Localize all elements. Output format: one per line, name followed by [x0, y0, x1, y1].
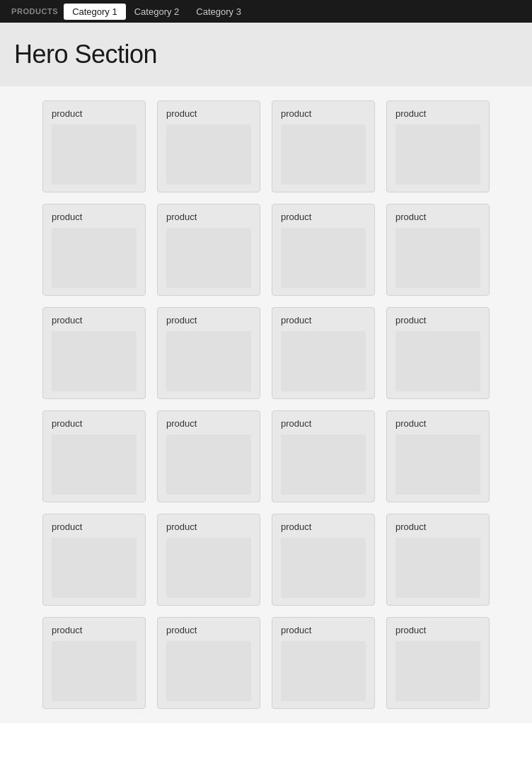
- product-card[interactable]: product: [42, 204, 146, 296]
- product-card[interactable]: product: [272, 307, 375, 399]
- product-image-placeholder: [166, 641, 251, 701]
- product-image-placeholder: [166, 434, 251, 495]
- product-label: product: [395, 108, 426, 119]
- product-card[interactable]: product: [42, 617, 146, 709]
- product-image-placeholder: [52, 641, 137, 701]
- product-image-placeholder: [166, 538, 251, 598]
- product-label: product: [166, 315, 197, 325]
- product-image-placeholder: [52, 434, 137, 495]
- product-grid-container: productproductproductproductproductprodu…: [0, 86, 532, 723]
- product-grid: productproductproductproductproductprodu…: [42, 100, 490, 709]
- product-card[interactable]: product: [386, 514, 490, 606]
- product-card[interactable]: product: [157, 307, 260, 399]
- nav-tab-category1[interactable]: Category 1: [64, 4, 126, 20]
- product-image-placeholder: [52, 538, 137, 598]
- product-image-placeholder: [166, 228, 251, 288]
- product-label: product: [166, 521, 197, 532]
- product-label: product: [166, 108, 197, 119]
- product-card[interactable]: product: [42, 100, 146, 192]
- product-label: product: [52, 418, 82, 429]
- product-card[interactable]: product: [272, 617, 375, 709]
- product-card[interactable]: product: [42, 307, 146, 399]
- product-card[interactable]: product: [157, 100, 260, 192]
- product-image-placeholder: [395, 538, 480, 598]
- product-card[interactable]: product: [272, 410, 375, 502]
- product-card[interactable]: product: [272, 204, 375, 296]
- product-image-placeholder: [52, 228, 137, 288]
- product-card[interactable]: product: [157, 617, 260, 709]
- product-card[interactable]: product: [386, 410, 490, 502]
- product-image-placeholder: [52, 331, 137, 391]
- product-image-placeholder: [395, 125, 480, 185]
- nav-tab-category2[interactable]: Category 2: [126, 4, 188, 20]
- product-label: product: [52, 108, 82, 119]
- product-card[interactable]: product: [157, 204, 260, 296]
- product-card[interactable]: product: [386, 204, 490, 296]
- nav-tab-category3[interactable]: Category 3: [187, 4, 250, 20]
- product-image-placeholder: [395, 228, 480, 288]
- product-image-placeholder: [281, 125, 366, 185]
- product-image-placeholder: [281, 538, 366, 598]
- product-label: product: [395, 315, 426, 325]
- product-label: product: [395, 521, 426, 532]
- product-card[interactable]: product: [272, 100, 375, 192]
- product-card[interactable]: product: [386, 617, 490, 709]
- product-label: product: [281, 625, 311, 635]
- product-label: product: [52, 625, 82, 635]
- product-label: product: [281, 212, 311, 222]
- hero-section: Hero Section: [0, 23, 532, 86]
- product-label: product: [395, 625, 426, 635]
- product-label: product: [281, 418, 311, 429]
- product-label: product: [166, 418, 197, 429]
- product-image-placeholder: [281, 228, 366, 288]
- product-label: product: [52, 521, 82, 532]
- product-label: product: [281, 108, 311, 119]
- product-card[interactable]: product: [157, 410, 260, 502]
- hero-title: Hero Section: [14, 40, 518, 69]
- nav-brand: PRODUCTS: [6, 4, 64, 18]
- product-label: product: [281, 315, 311, 325]
- product-image-placeholder: [281, 641, 366, 701]
- product-card[interactable]: product: [42, 410, 146, 502]
- product-label: product: [166, 625, 197, 635]
- product-image-placeholder: [395, 434, 480, 495]
- product-label: product: [395, 212, 426, 222]
- product-image-placeholder: [166, 125, 251, 185]
- product-card[interactable]: product: [386, 307, 490, 399]
- product-card[interactable]: product: [157, 514, 260, 606]
- product-label: product: [166, 212, 197, 222]
- product-card[interactable]: product: [272, 514, 375, 606]
- product-image-placeholder: [395, 331, 480, 391]
- navbar: PRODUCTS Category 1 Category 2 Category …: [0, 0, 532, 23]
- product-label: product: [281, 521, 311, 532]
- product-label: product: [52, 315, 82, 325]
- product-image-placeholder: [281, 434, 366, 495]
- product-image-placeholder: [52, 125, 137, 185]
- product-card[interactable]: product: [42, 514, 146, 606]
- product-card[interactable]: product: [386, 100, 490, 192]
- product-image-placeholder: [166, 331, 251, 391]
- product-label: product: [52, 212, 82, 222]
- product-image-placeholder: [281, 331, 366, 391]
- product-label: product: [395, 418, 426, 429]
- product-image-placeholder: [395, 641, 480, 701]
